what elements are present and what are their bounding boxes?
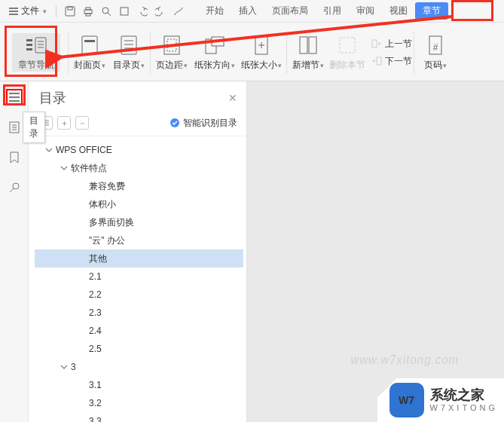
tree-spacer (77, 326, 87, 336)
toc-item[interactable]: 3.2 (35, 394, 243, 412)
toc-item[interactable]: 2.5 (35, 340, 243, 358)
brand-sub: W7XITONG (430, 403, 498, 413)
toc-item[interactable]: 多界面切换 (35, 213, 243, 231)
print-icon[interactable] (81, 4, 96, 19)
toc-tree[interactable]: WPS OFFICE软件特点兼容免费体积小多界面切换"云" 办公其他2.12.2… (29, 136, 246, 422)
tab-view[interactable]: 视图 (382, 2, 415, 20)
toc-item-label: WPS OFFICE (56, 145, 112, 155)
toc-item[interactable]: 体积小 (35, 195, 243, 213)
svg-rect-9 (26, 48, 32, 50)
section-nav-icon (25, 35, 47, 56)
toc-item[interactable]: 2.4 (35, 322, 243, 340)
tab-section[interactable]: 章节 (415, 2, 448, 20)
toc-page-button[interactable]: 目录页▾ (109, 33, 148, 72)
toc-item[interactable]: 3.3 (35, 412, 243, 422)
chevron-down-icon[interactable] (59, 362, 69, 372)
chevron-down-icon: ▾ (443, 62, 447, 69)
toc-tool-collapse-icon[interactable]: － (75, 116, 89, 130)
page-size-button[interactable]: 纸张大小▾ (238, 33, 285, 72)
toc-pane-title: 目录 (39, 89, 66, 107)
cover-page-button[interactable]: 封面页▾ (70, 33, 109, 72)
toc-item-label: 2.2 (89, 289, 102, 300)
toc-item-label: 2.1 (89, 271, 102, 282)
toc-item-label: 软件特点 (71, 162, 107, 175)
toc-item[interactable]: 2.2 (35, 286, 243, 304)
margins-button[interactable]: 页边距▾ (152, 33, 191, 72)
toc-item[interactable]: 2.1 (35, 268, 243, 286)
ribbon-tabs: 开始 插入 页面布局 引用 审阅 视图 章节 (198, 2, 504, 20)
redo-icon[interactable] (153, 4, 168, 19)
file-menu-label: 文件 (21, 5, 39, 17)
chevron-down-icon[interactable] (44, 145, 54, 155)
svg-rect-1 (68, 7, 72, 10)
watermark: www.w7xitong.com (350, 353, 459, 367)
tree-spacer (77, 289, 87, 300)
new-section-label: 新增节 (292, 60, 319, 70)
tree-spacer (77, 380, 87, 390)
toc-item[interactable]: 其他 (35, 249, 243, 268)
svg-rect-20 (309, 37, 316, 54)
format-painter-icon[interactable] (171, 4, 186, 19)
toc-item[interactable]: 2.3 (35, 304, 243, 322)
tree-spacer (77, 307, 87, 318)
toc-item[interactable]: 3.1 (35, 376, 243, 394)
page-number-icon: # (424, 35, 447, 56)
margins-label: 页边距 (156, 60, 183, 70)
close-icon[interactable]: ✕ (228, 92, 237, 104)
chevron-down-icon: ▾ (102, 62, 105, 69)
toc-toolbar: ＋ － 智能识别目录 (29, 113, 246, 136)
chevron-down-icon: ▾ (141, 62, 145, 69)
spell-icon[interactable] (117, 4, 132, 19)
svg-rect-22 (372, 40, 377, 47)
section-nav-button[interactable]: 章节导航 (12, 33, 60, 72)
toc-item-label: "云" 办公 (89, 234, 125, 247)
tree-spacer (77, 253, 87, 264)
svg-rect-21 (340, 38, 355, 53)
file-menu[interactable]: 文件 ▾ (5, 3, 51, 19)
orientation-button[interactable]: 纸张方向▾ (191, 33, 238, 72)
svg-rect-7 (26, 39, 32, 41)
next-section-icon (371, 57, 382, 66)
svg-rect-8 (26, 44, 32, 46)
tab-layout[interactable]: 页面布局 (264, 2, 316, 20)
svg-rect-6 (121, 8, 128, 15)
separator (286, 32, 287, 74)
save-icon[interactable] (63, 4, 78, 19)
toc-pane-header: 目录 ✕ (29, 81, 246, 113)
new-section-button[interactable]: 新增节▾ (289, 33, 328, 72)
chevron-down-icon: ▾ (320, 62, 324, 69)
svg-text:#: # (433, 42, 438, 53)
tab-review[interactable]: 审阅 (349, 2, 382, 20)
thumbnail-pane-icon[interactable] (6, 119, 23, 136)
bookmark-pane-icon[interactable] (6, 149, 23, 166)
toc-pane-icon[interactable] (6, 89, 23, 106)
svg-rect-4 (86, 14, 90, 16)
svg-rect-17 (212, 37, 224, 46)
next-section-label: 下一节 (385, 55, 412, 68)
page-number-button[interactable]: # 页码▾ (416, 33, 455, 72)
tab-start[interactable]: 开始 (198, 2, 231, 20)
toc-item-label: 3.1 (89, 380, 102, 390)
separator (68, 32, 69, 74)
toc-item[interactable]: WPS OFFICE (35, 141, 243, 159)
tab-reference[interactable]: 引用 (316, 2, 349, 20)
toc-page-icon (118, 35, 140, 56)
toc-item-label: 2.3 (89, 307, 102, 318)
svg-rect-15 (167, 39, 176, 51)
toc-item[interactable]: 3 (35, 358, 243, 376)
toc-tool-expand-icon[interactable]: ＋ (57, 116, 71, 130)
tree-spacer (77, 344, 87, 354)
search-pane-icon[interactable] (6, 179, 23, 196)
cover-page-label: 封面页 (74, 60, 101, 70)
document-area[interactable] (247, 81, 504, 422)
orientation-label: 纸张方向 (194, 60, 231, 70)
undo-icon[interactable] (135, 4, 150, 19)
smart-toc-button[interactable]: 智能识别目录 (170, 117, 237, 130)
toc-item[interactable]: 软件特点 (35, 159, 243, 177)
tree-spacer (77, 416, 87, 422)
tab-insert[interactable]: 插入 (231, 2, 264, 20)
preview-icon[interactable] (99, 4, 114, 19)
toc-item[interactable]: "云" 办公 (35, 231, 243, 249)
toc-item[interactable]: 兼容免费 (35, 177, 243, 195)
chevron-down-icon[interactable] (59, 163, 69, 173)
